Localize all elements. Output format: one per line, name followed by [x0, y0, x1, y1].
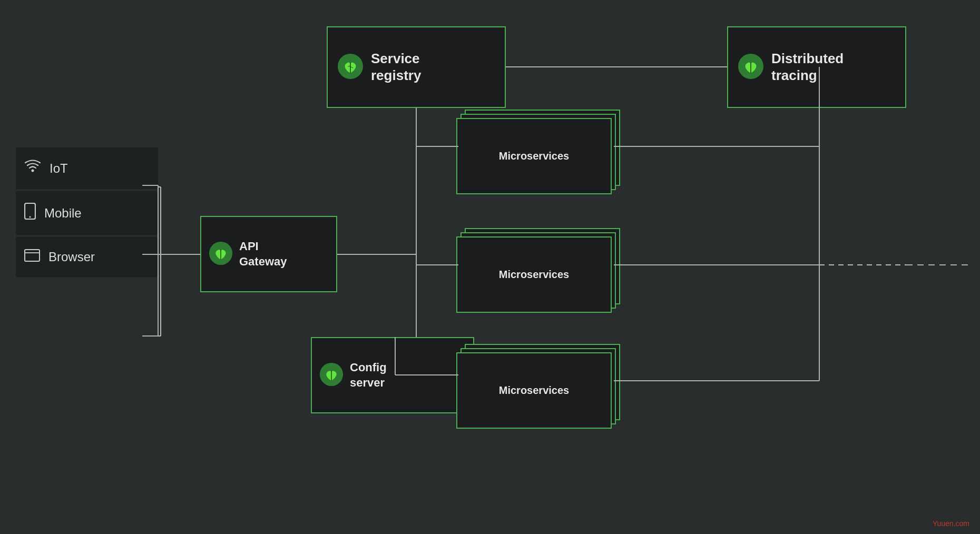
mobile-icon	[24, 203, 36, 223]
browser-label: Browser	[48, 250, 95, 264]
svg-point-48	[30, 216, 31, 218]
browser-client: Browser	[16, 237, 158, 277]
distributed-tracing-label: Distributedtracing	[771, 51, 844, 83]
ms-top-label: Microservices	[499, 150, 569, 162]
ms-top-card1: Microservices	[456, 118, 612, 194]
mobile-client: Mobile	[16, 191, 158, 235]
config-server-box: Configserver	[311, 337, 474, 413]
ms-mid-label: Microservices	[499, 269, 569, 281]
diagram-container: IoT Mobile Browser	[0, 0, 980, 534]
distributed-tracing-leaf-icon	[738, 53, 764, 82]
config-server-label: Configserver	[350, 360, 387, 390]
wifi-icon	[24, 159, 41, 177]
api-gateway-leaf-icon	[209, 241, 233, 268]
ms-mid-card1: Microservices	[456, 236, 612, 313]
api-gateway-box: APIGateway	[200, 216, 337, 292]
watermark: Yuuen.com	[933, 519, 969, 528]
service-registry-box: Serviceregistry	[327, 26, 506, 108]
iot-client: IoT	[16, 147, 158, 189]
config-server-leaf-icon	[319, 362, 344, 389]
iot-label: IoT	[50, 161, 68, 176]
browser-icon	[24, 249, 40, 265]
service-registry-label: Serviceregistry	[371, 51, 421, 83]
svg-rect-49	[25, 250, 40, 261]
distributed-tracing-box: Distributedtracing	[727, 26, 906, 108]
svg-point-46	[32, 170, 34, 172]
client-group: IoT Mobile Browser	[16, 147, 158, 277]
api-gateway-label: APIGateway	[239, 239, 287, 269]
service-registry-leaf-icon	[337, 53, 364, 82]
mobile-label: Mobile	[44, 206, 82, 221]
ms-bot-card1: Microservices	[456, 352, 612, 429]
ms-bot-label: Microservices	[499, 384, 569, 397]
